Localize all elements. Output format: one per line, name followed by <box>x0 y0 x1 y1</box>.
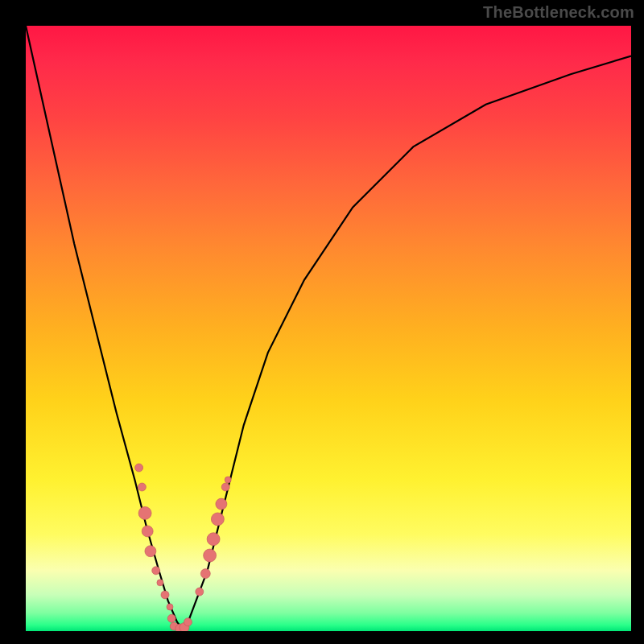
data-marker <box>200 569 210 579</box>
data-marker <box>157 580 163 586</box>
data-marker <box>196 588 204 596</box>
data-marker <box>145 546 156 557</box>
chart-frame: TheBottleneck.com <box>0 0 644 644</box>
data-marker <box>225 477 231 483</box>
data-marker <box>167 614 175 622</box>
data-marker <box>138 506 151 519</box>
data-marker <box>135 464 143 472</box>
data-marker <box>161 591 169 599</box>
data-marker <box>211 513 224 526</box>
data-marker <box>207 533 220 546</box>
data-marker <box>216 498 227 510</box>
data-marker <box>167 604 173 610</box>
data-marker <box>204 549 217 562</box>
data-marker <box>142 526 153 537</box>
watermark-label: TheBottleneck.com <box>483 3 634 22</box>
curve-layer <box>26 26 631 631</box>
plot-area <box>26 26 631 631</box>
bottleneck-curve <box>26 26 631 630</box>
data-marker <box>184 618 192 626</box>
data-marker <box>138 483 146 491</box>
marker-group <box>135 464 232 631</box>
data-marker <box>221 483 229 491</box>
data-marker <box>152 567 160 575</box>
